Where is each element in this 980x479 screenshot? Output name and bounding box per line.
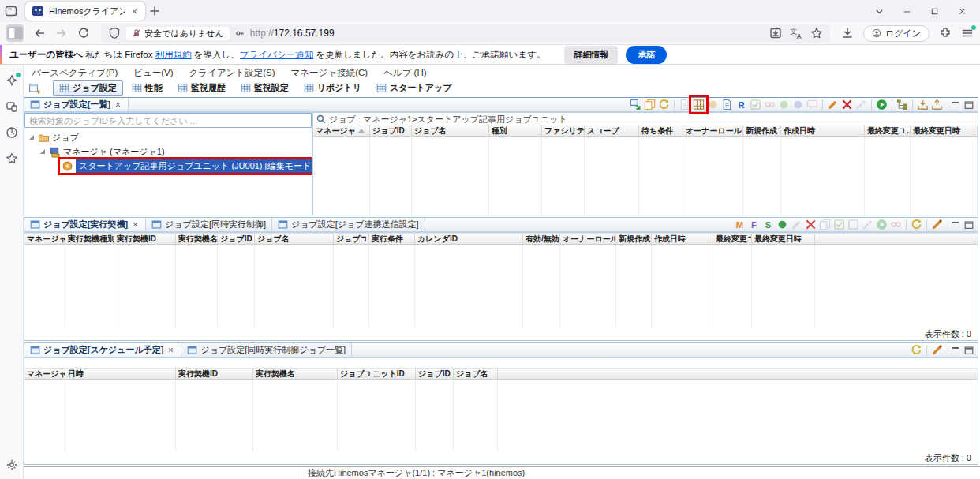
tab-close-icon[interactable]	[130, 7, 139, 16]
edit-trigger-icon[interactable]	[790, 218, 803, 231]
create-approvaljob-icon[interactable]	[749, 98, 762, 111]
column-header-10[interactable]: オーナーロールID	[560, 234, 616, 244]
column-header-6[interactable]: 待ち条件	[639, 125, 683, 136]
downloads-icon[interactable]	[841, 27, 854, 39]
forward-icon[interactable]	[55, 27, 68, 39]
refresh-icon[interactable]	[910, 218, 923, 231]
view-tab-2[interactable]: ジョブ設定[ジョブ連携送信設定]	[272, 218, 425, 231]
import-icon[interactable]	[916, 98, 930, 111]
menu-item-2[interactable]: クライアント設定(S)	[189, 67, 275, 79]
tab-close-icon[interactable]	[114, 100, 122, 109]
column-header-10[interactable]: 最終変更ユ...	[865, 125, 911, 136]
menu-item-4[interactable]: ヘルプ (H)	[383, 67, 426, 79]
translate-icon[interactable]: 文A	[790, 27, 802, 39]
tree-node-2[interactable]: スタートアップ記事用ジョブユニット (JU001) [編集モード]	[24, 159, 312, 173]
ai-chatbot-icon[interactable]	[6, 74, 18, 87]
create-filetransferjob-icon[interactable]	[763, 98, 776, 111]
column-header-7[interactable]: 実行条件	[369, 234, 415, 244]
column-header-0[interactable]: マネージャ	[24, 369, 65, 379]
permissions-key-icon[interactable]	[235, 28, 245, 38]
create-filecheckjob-icon[interactable]	[777, 98, 791, 111]
panel-minimize-icon[interactable]	[950, 219, 961, 230]
expander-icon[interactable]	[40, 149, 45, 154]
column-header-11[interactable]: 最終変更日時	[911, 125, 978, 136]
privacy-link[interactable]: プライバシー通知	[240, 50, 313, 59]
create-referjob-icon[interactable]: R	[735, 98, 748, 111]
perspective-tab-4[interactable]: リポジトリ	[297, 80, 368, 96]
close-window-icon[interactable]	[957, 6, 967, 17]
column-header-4[interactable]: ジョブID	[218, 234, 255, 244]
modify-trigger-icon[interactable]	[861, 218, 874, 231]
create-resourcejob-icon[interactable]	[791, 98, 805, 111]
create-jobunit-icon[interactable]	[692, 98, 705, 111]
create-joblink-trigger-icon[interactable]	[776, 218, 789, 231]
create-joblinkjob-icon[interactable]	[806, 98, 819, 111]
column-header-1[interactable]: ジョブID	[370, 125, 412, 136]
perspective-tab-5[interactable]: スタートアップ	[370, 80, 458, 96]
column-header-12[interactable]: 作成日時	[652, 234, 713, 244]
save-page-icon[interactable]	[769, 27, 782, 39]
shield-icon[interactable]	[108, 27, 121, 39]
create-job-icon[interactable]	[720, 98, 734, 111]
edit-job-icon[interactable]	[826, 98, 840, 111]
panel-minimize-icon[interactable]	[950, 345, 961, 356]
maximize-window-icon[interactable]	[930, 6, 940, 17]
synced-tabs-icon[interactable]	[6, 100, 18, 113]
column-header-7[interactable]: オーナーロールID	[683, 125, 743, 136]
reload-icon[interactable]	[77, 27, 90, 39]
menu-item-3[interactable]: マネージャ接続(C)	[291, 67, 368, 79]
bookmark-star-icon[interactable]	[810, 27, 823, 39]
view-tab-1[interactable]: ジョブ設定[同時実行制御]	[146, 218, 272, 231]
column-header-5[interactable]: ジョブID	[416, 369, 454, 379]
column-header-5[interactable]: ジョブ名	[255, 234, 334, 244]
back-icon[interactable]	[33, 27, 46, 39]
disable-trigger-icon[interactable]	[847, 218, 860, 231]
delete-job-icon[interactable]	[840, 98, 854, 111]
paste-job-icon[interactable]	[678, 98, 691, 111]
perspective-tab-2[interactable]: 監視履歴	[171, 80, 232, 96]
move-job-icon[interactable]	[657, 98, 671, 111]
panel-maximize-icon[interactable]	[963, 99, 974, 110]
column-header-5[interactable]: スコープ	[585, 125, 639, 136]
job-search-input[interactable]	[25, 114, 311, 127]
accept-button[interactable]: 承諾	[626, 46, 667, 64]
column-header-0[interactable]: マネージャ	[313, 125, 370, 136]
column-header-3[interactable]: 種別	[489, 125, 542, 136]
panel-minimize-icon[interactable]	[950, 99, 961, 110]
perspective-tab-3[interactable]: 監視設定	[234, 80, 295, 96]
menu-item-0[interactable]: パースペクティブ(P)	[32, 67, 118, 79]
security-chip[interactable]: 安全ではありません	[126, 27, 230, 40]
column-header-4[interactable]: ファシリティID	[542, 125, 585, 136]
url-bar[interactable]: 安全ではありません http://172.16.57.199 文A	[101, 24, 830, 43]
column-header-2[interactable]: 実行契機ID	[114, 234, 176, 244]
delete-trigger-icon[interactable]	[804, 218, 817, 231]
column-header-13[interactable]: 最終変更ユ...	[713, 234, 752, 244]
column-header-8[interactable]: 新規作成ユ...	[743, 125, 781, 136]
panel-maximize-icon[interactable]	[963, 345, 974, 356]
run-trigger-icon[interactable]	[875, 218, 888, 231]
menu-item-1[interactable]: ビュー(V)	[133, 67, 173, 79]
tree-display-icon[interactable]	[896, 98, 909, 111]
app-menu-icon[interactable]	[961, 27, 974, 39]
open-perspective-icon[interactable]	[28, 82, 41, 95]
copy-job-icon[interactable]	[643, 98, 656, 111]
new-tab-button[interactable]	[148, 5, 161, 17]
run-job-icon[interactable]	[875, 98, 888, 111]
column-header-2[interactable]: 実行契機ID	[176, 369, 253, 379]
expander-icon[interactable]	[29, 135, 34, 140]
enable-trigger-icon[interactable]	[832, 218, 846, 231]
login-button[interactable]: ログイン	[863, 25, 930, 42]
tab-list-chevron-icon[interactable]	[874, 6, 885, 17]
tab-close-icon[interactable]	[131, 220, 140, 229]
perspective-tab-1[interactable]: 性能	[125, 80, 169, 96]
sidebar-settings-icon[interactable]	[6, 458, 18, 471]
refresh-icon[interactable]	[910, 343, 923, 357]
create-schedule-trigger-icon[interactable]: M	[733, 218, 746, 231]
column-header-6[interactable]: ジョブ名	[454, 369, 498, 379]
column-header-4[interactable]: ジョブユニットID	[338, 369, 416, 379]
column-header-9[interactable]: 有効/無効	[523, 234, 560, 244]
column-header-1[interactable]: 実行契機種別	[65, 234, 114, 244]
tree-node-0[interactable]: ジョブ	[24, 130, 312, 144]
column-header-6[interactable]: ジョブユニット...	[334, 234, 369, 244]
view-tab-0[interactable]: ジョブ設定[実行契機]	[24, 218, 146, 231]
